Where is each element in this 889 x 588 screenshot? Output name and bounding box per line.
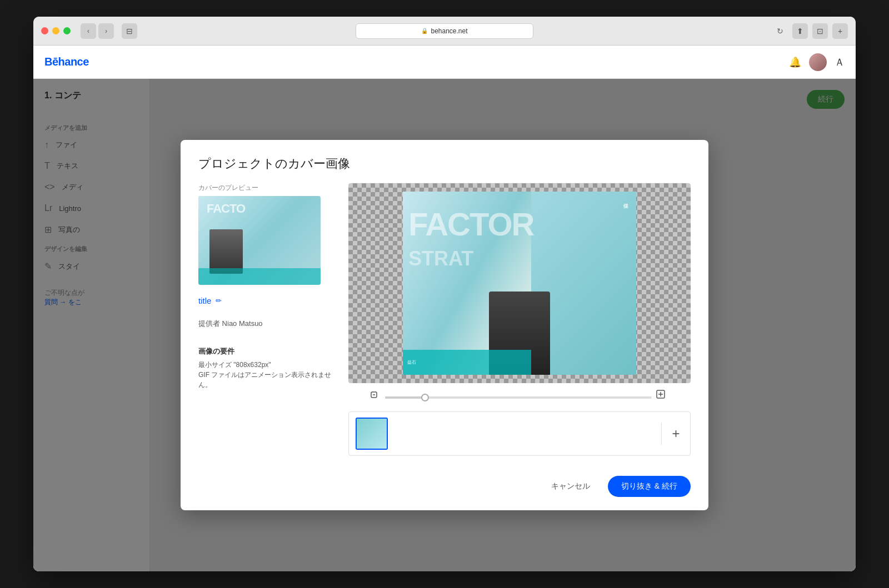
modal-header: プロジェクトのカバー画像: [181, 140, 708, 183]
image-crop-area[interactable]: 提供 FACTOR STRAT: [348, 183, 691, 383]
address-bar[interactable]: 🔒 behance.net: [356, 23, 533, 39]
fullscreen-toggle-button[interactable]: ⊡: [812, 23, 828, 39]
film-thumbnail-1[interactable]: [356, 418, 388, 450]
left-panel: カバーのプレビュー FACTO: [198, 183, 332, 456]
close-button[interactable]: [41, 27, 48, 34]
cancel-button[interactable]: キャンセル: [542, 477, 599, 496]
requirements-section: 画像の要件 最小サイズ "808x632px" GIF ファイルはアニメーション…: [198, 346, 332, 390]
requirements-line1: 最小サイズ "808x632px": [198, 360, 332, 370]
user-avatar[interactable]: [809, 53, 827, 71]
crop-continue-button[interactable]: 切り抜き & 続行: [608, 476, 691, 497]
requirements-line2: GIF ファイルはアニメーション表示されません。: [198, 370, 332, 390]
zoom-slider[interactable]: [385, 396, 652, 399]
fullscreen-button[interactable]: [63, 27, 71, 34]
header-right: 🔔 Ａ: [789, 53, 845, 71]
zoom-out-icon[interactable]: [371, 391, 381, 403]
sidebar-toggle-button[interactable]: ⊟: [122, 23, 137, 39]
modal-body: カバーのプレビュー FACTO: [181, 183, 708, 467]
titlebar: ‹ › ⊟ 🔒 behance.net ↻ ⬆ ⊡ +: [33, 17, 856, 46]
url-text: behance.net: [431, 27, 467, 35]
zoom-in-icon[interactable]: [656, 390, 668, 405]
bell-icon[interactable]: 🔔: [789, 56, 801, 68]
crop-image-container: 提供 FACTOR STRAT: [403, 192, 636, 375]
page-main: 1. コンテ メディアを追加 ↑ ファイ T テキス <> メディ Lr Lig…: [33, 79, 856, 571]
traffic-lights: [41, 27, 71, 34]
provider-text: 提供者 Niao Matsuo: [198, 319, 332, 329]
zoom-slider-fill: [385, 396, 425, 399]
add-photo-button[interactable]: +: [661, 423, 683, 445]
teal-banner-text: 益石: [407, 359, 416, 365]
zoom-control: [348, 390, 691, 405]
edit-title-icon[interactable]: ✏: [216, 296, 222, 305]
forward-button[interactable]: ›: [98, 23, 114, 39]
behance-logo: Bēhance: [44, 56, 89, 68]
factor-text: FACTOR: [403, 208, 636, 240]
cover-thumbnail: FACTO: [198, 196, 321, 285]
reload-button[interactable]: ↻: [772, 23, 788, 39]
film-thumb-inner: [357, 419, 387, 449]
address-bar-wrapper: 🔒 behance.net: [356, 23, 533, 39]
modal-dialog: プロジェクトのカバー画像 カバーのプレビュー: [181, 140, 708, 510]
modal-footer: キャンセル 切り抜き & 続行: [181, 467, 708, 510]
minimize-button[interactable]: [52, 27, 59, 34]
teal-banner: 益石: [403, 350, 531, 375]
browser-content: Bēhance 🔔 Ａ 1. コンテ メディアを追加 ↑ ファイ T テキス: [33, 46, 856, 571]
title-row: title ✏: [198, 296, 332, 305]
titlebar-right: ↻ ⬆ ⊡ +: [772, 23, 848, 39]
thumbnail-text: FACTO: [207, 202, 245, 216]
cover-preview-label: カバーのプレビュー: [198, 183, 332, 193]
filmstrip: +: [348, 411, 691, 456]
thumbnail-bar: [198, 268, 321, 285]
behance-header: Bēhance 🔔 Ａ: [33, 46, 856, 79]
cover-preview-section: カバーのプレビュー FACTO: [198, 183, 332, 285]
new-tab-button[interactable]: +: [832, 23, 848, 39]
lock-icon: 🔒: [421, 28, 428, 34]
right-panel: 提供 FACTOR STRAT: [348, 183, 691, 456]
nav-buttons: ‹ ›: [81, 23, 114, 39]
adobe-icon[interactable]: Ａ: [835, 56, 845, 69]
cover-thumbnail-image: FACTO: [198, 196, 321, 285]
modal-overlay: プロジェクトのカバー画像 カバーのプレビュー: [33, 79, 856, 571]
share-button[interactable]: ⬆: [792, 23, 808, 39]
back-button[interactable]: ‹: [81, 23, 96, 39]
strat-text: STRAT: [403, 247, 636, 270]
project-title[interactable]: title: [198, 296, 211, 305]
book-image: 提供 FACTOR STRAT: [403, 192, 636, 375]
zoom-slider-thumb[interactable]: [421, 394, 429, 401]
requirements-title: 画像の要件: [198, 346, 332, 356]
browser-window: ‹ › ⊟ 🔒 behance.net ↻ ⬆ ⊡ + Bēhance 🔔 Ａ: [33, 17, 856, 571]
thumbnail-person: [209, 229, 243, 274]
modal-title: プロジェクトのカバー画像: [198, 155, 691, 172]
